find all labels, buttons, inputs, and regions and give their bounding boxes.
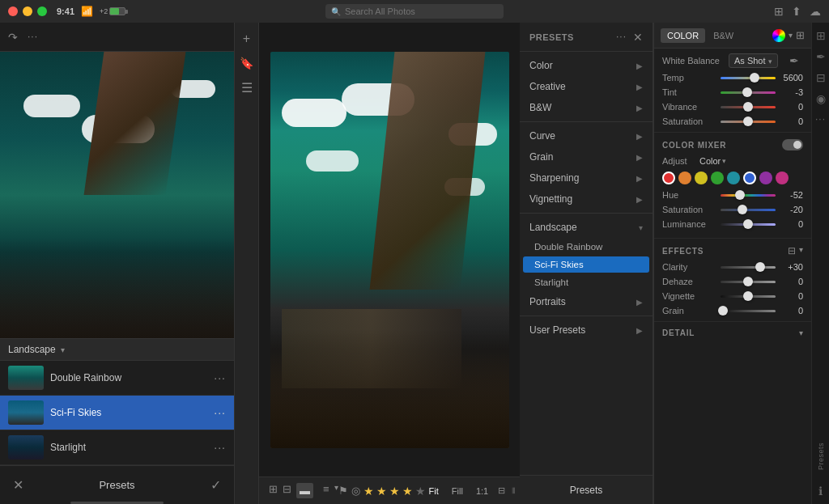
confirm-icon[interactable]: ✓ — [210, 477, 221, 493]
dehaze-slider-thumb[interactable] — [743, 277, 753, 286]
album-category-bar[interactable]: Landscape ▾ — [0, 338, 234, 361]
preset-category-user-presets[interactable]: User Presets ▶ — [520, 320, 653, 341]
cm-saturation-slider-thumb[interactable] — [738, 205, 747, 214]
detail-chevron-icon[interactable]: ▾ — [799, 328, 803, 337]
temp-slider[interactable] — [721, 77, 776, 79]
zoom-grid-icon[interactable]: ⊟ — [498, 485, 505, 496]
hue-slider[interactable] — [721, 194, 776, 197]
presets-close-icon[interactable]: ✕ — [633, 31, 643, 44]
color-mixer-toggle[interactable] — [782, 139, 803, 150]
clarity-slider[interactable] — [721, 266, 776, 269]
luminance-slider-thumb[interactable] — [743, 219, 753, 229]
preset-item-double-rainbow[interactable]: Double Rainbow — [520, 238, 653, 256]
share-icon[interactable]: ⬆ — [792, 5, 801, 18]
add-icon[interactable]: + — [237, 29, 257, 49]
preset-category-grain[interactable]: Grain ▶ — [520, 146, 653, 167]
zoom-fit-button[interactable]: Fit — [426, 485, 442, 498]
layers-icon[interactable]: ☰ — [237, 78, 257, 97]
tab-bw[interactable]: B&W — [707, 28, 740, 43]
album-menu-icon[interactable]: ··· — [214, 371, 226, 384]
bookmark-icon[interactable]: 🔖 — [237, 53, 257, 73]
saturation-slider[interactable] — [721, 121, 776, 123]
vignette-slider[interactable] — [721, 295, 776, 298]
preset-item-starlight[interactable]: Starlight — [520, 273, 653, 291]
rating-icon[interactable]: ◎ — [351, 485, 360, 497]
album-menu-icon[interactable]: ··· — [214, 441, 226, 454]
settings-icon[interactable]: ⊞ — [796, 29, 805, 41]
redo-icon[interactable]: ↷ — [8, 31, 18, 44]
grain-slider-thumb[interactable] — [718, 306, 728, 316]
filmstrip-view-icon[interactable]: ▬ — [296, 483, 313, 498]
effects-chevron-icon[interactable]: ▾ — [799, 245, 803, 256]
album-item-starlight[interactable]: Starlight ··· — [0, 430, 234, 465]
preset-category-sharpening[interactable]: Sharpening ▶ — [520, 167, 653, 188]
preset-category-landscape[interactable]: Landscape ▾ — [520, 217, 653, 238]
minimize-button[interactable] — [23, 6, 32, 16]
tint-slider-thumb[interactable] — [742, 87, 752, 97]
list-view-icon[interactable]: ⊟ — [283, 483, 291, 498]
flag-icon[interactable]: ⚑ — [338, 485, 348, 497]
far-right-icon-2[interactable]: ✒ — [816, 50, 826, 63]
far-right-icon-1[interactable]: ⊞ — [816, 29, 826, 42]
zoom-fill-button[interactable]: Fill — [449, 485, 466, 498]
color-circle-green[interactable] — [711, 172, 724, 184]
preset-category-bw[interactable]: B&W ▶ — [520, 97, 653, 118]
filter-icon[interactable]: ⊞ — [774, 5, 784, 18]
info-icon[interactable]: ℹ — [818, 485, 823, 498]
album-item-double-rainbow[interactable]: Double Rainbow ··· — [0, 361, 234, 396]
eyedropper-icon[interactable]: ✒ — [789, 54, 799, 67]
cm-saturation-slider[interactable] — [721, 209, 776, 211]
maximize-button[interactable] — [37, 6, 47, 16]
temp-slider-thumb[interactable] — [750, 73, 759, 83]
star-1[interactable]: ★ — [363, 485, 374, 498]
luminance-slider[interactable] — [721, 223, 776, 226]
vibrance-slider-thumb[interactable] — [743, 102, 753, 112]
color-circle-red[interactable] — [662, 172, 675, 184]
preset-category-portraits[interactable]: Portraits ▶ — [520, 291, 653, 312]
vignette-slider-thumb[interactable] — [743, 291, 753, 301]
preset-item-sci-fi-skies[interactable]: Sci-Fi Skies — [523, 256, 649, 273]
zoom-1to1-button[interactable]: 1:1 — [473, 485, 491, 498]
color-wheel-icon[interactable] — [772, 29, 785, 42]
color-circle-magenta[interactable] — [776, 172, 789, 184]
more-options-icon[interactable]: ··· — [28, 31, 38, 44]
vibrance-slider[interactable] — [721, 106, 776, 108]
color-circle-yellow[interactable] — [695, 172, 708, 184]
detail-header[interactable]: DETAIL ▾ — [654, 322, 811, 341]
zoom-split-icon[interactable]: ⫴ — [512, 485, 516, 496]
color-circle-orange[interactable] — [678, 172, 691, 184]
sort-icon[interactable]: ≡ — [323, 483, 329, 498]
star-2[interactable]: ★ — [376, 485, 387, 498]
star-5[interactable]: ★ — [415, 485, 426, 498]
dehaze-slider[interactable] — [721, 281, 776, 283]
star-4[interactable]: ★ — [402, 485, 413, 498]
preset-category-creative[interactable]: Creative ▶ — [520, 76, 653, 97]
color-circle-teal[interactable] — [727, 172, 740, 184]
adjust-dropdown[interactable]: Color — [699, 156, 726, 166]
far-right-icon-4[interactable]: ◉ — [816, 92, 826, 105]
preset-category-vignetting[interactable]: Vignetting ▶ — [520, 188, 653, 210]
presets-more-icon[interactable]: ··· — [616, 31, 627, 44]
color-circle-purple[interactable] — [759, 172, 772, 184]
tab-color[interactable]: COLOR — [661, 28, 705, 43]
cloud-icon[interactable]: ☁ — [810, 5, 821, 18]
far-right-icon-3[interactable]: ⊟ — [816, 71, 826, 84]
cancel-icon[interactable]: ✕ — [13, 477, 23, 493]
color-circle-blue[interactable] — [743, 172, 756, 184]
grid-view-icon[interactable]: ⊞ — [269, 483, 278, 498]
grain-slider[interactable] — [721, 310, 776, 312]
chevron-down-icon[interactable]: ▾ — [789, 31, 793, 40]
hue-slider-thumb[interactable] — [735, 190, 745, 200]
close-button[interactable] — [8, 6, 18, 16]
preset-category-color[interactable]: Color ▶ — [520, 55, 653, 76]
search-input[interactable] — [325, 4, 504, 19]
white-balance-dropdown[interactable]: As Shot — [729, 53, 778, 68]
far-right-dots[interactable]: ··· — [815, 113, 826, 125]
album-item-sci-fi-skies[interactable]: Sci-Fi Skies ··· — [0, 396, 234, 430]
album-menu-icon[interactable]: ··· — [214, 406, 226, 419]
effects-icon[interactable]: ⊟ — [788, 245, 796, 256]
clarity-slider-thumb[interactable] — [755, 262, 765, 272]
saturation-slider-thumb[interactable] — [743, 116, 753, 126]
star-3[interactable]: ★ — [389, 485, 400, 498]
tint-slider[interactable] — [721, 91, 776, 94]
